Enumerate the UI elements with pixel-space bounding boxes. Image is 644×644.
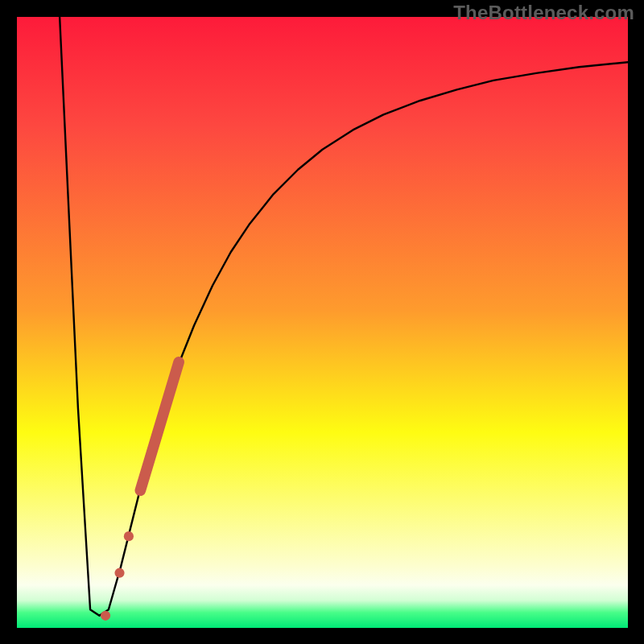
marker-dot-1 [101, 611, 110, 621]
marker-dot-3 [124, 531, 134, 541]
gradient-background [17, 17, 628, 628]
chart-stage: TheBottleneck.com [0, 0, 644, 644]
watermark: TheBottleneck.com [453, 2, 634, 24]
chart-svg [17, 17, 628, 628]
marker-dot-2 [114, 568, 124, 578]
plot-area [17, 17, 628, 628]
